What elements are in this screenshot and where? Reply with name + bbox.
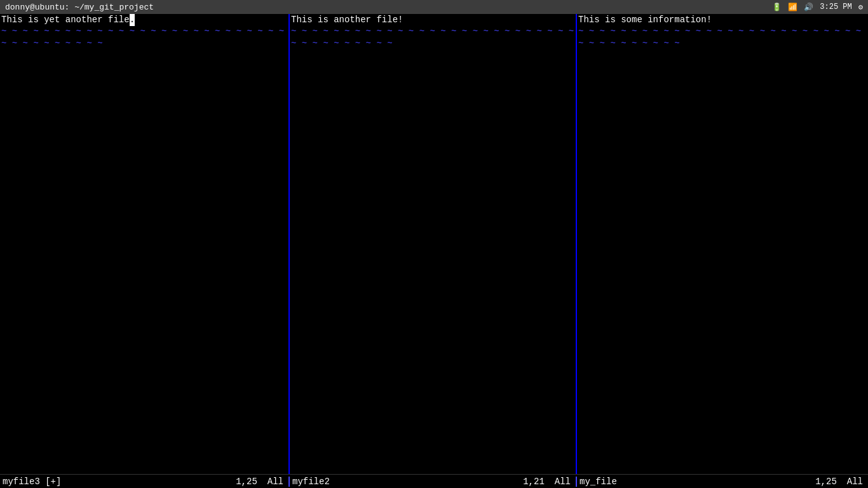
- status-pane1: myfile3 [+] 1,25 All: [0, 477, 290, 487]
- clock: 3:25 PM: [820, 3, 851, 11]
- battery-icon: 🔋: [772, 3, 782, 12]
- status3-right: 1,25 All: [813, 477, 868, 487]
- audio-icon: 🔊: [804, 3, 813, 12]
- vim-pane-2[interactable]: This is another file! ~ ~ ~ ~ ~ ~ ~ ~ ~ …: [290, 14, 577, 474]
- status1-position: 1,25: [233, 477, 260, 487]
- titlebar: donny@ubuntu: ~/my_git_project 🔋 📶 🔊 3:2…: [0, 0, 868, 14]
- pane2-tildes: ~ ~ ~ ~ ~ ~ ~ ~ ~ ~ ~ ~ ~ ~ ~ ~ ~ ~ ~ ~ …: [291, 25, 576, 49]
- vim-pane-1[interactable]: This is yet another file. ~ ~ ~ ~ ~ ~ ~ …: [0, 14, 290, 474]
- pane2-content[interactable]: This is another file! ~ ~ ~ ~ ~ ~ ~ ~ ~ …: [290, 14, 576, 474]
- status3-left: my_file: [577, 477, 620, 487]
- pane3-content[interactable]: This is some information! ~ ~ ~ ~ ~ ~ ~ …: [577, 14, 868, 474]
- status3-position: 1,25: [813, 477, 839, 487]
- status2-filename: myfile2: [290, 477, 332, 487]
- statusbar: myfile3 [+] 1,25 All myfile2 1,21 All my…: [0, 474, 868, 488]
- pane3-tildes: ~ ~ ~ ~ ~ ~ ~ ~ ~ ~ ~ ~ ~ ~ ~ ~ ~ ~ ~ ~ …: [578, 25, 868, 49]
- wifi-icon: 📶: [788, 3, 797, 12]
- vim-container[interactable]: This is yet another file. ~ ~ ~ ~ ~ ~ ~ …: [0, 14, 868, 474]
- status2-scroll: All: [552, 477, 573, 487]
- pane1-content[interactable]: This is yet another file. ~ ~ ~ ~ ~ ~ ~ …: [0, 14, 288, 474]
- vim-cursor: .: [130, 14, 135, 26]
- pane1-tildes: ~ ~ ~ ~ ~ ~ ~ ~ ~ ~ ~ ~ ~ ~ ~ ~ ~ ~ ~ ~ …: [1, 25, 288, 49]
- status2-left: myfile2: [290, 477, 332, 487]
- vim-pane-3[interactable]: This is some information! ~ ~ ~ ~ ~ ~ ~ …: [577, 14, 868, 474]
- status3-filename: my_file: [577, 477, 620, 487]
- status3-scroll: All: [844, 477, 865, 487]
- status-pane3: my_file 1,25 All: [577, 477, 868, 487]
- status1-left: myfile3 [+]: [0, 477, 64, 487]
- status1-right: 1,25 All: [233, 477, 288, 487]
- pane1-line1: This is yet another file.: [1, 14, 288, 26]
- pane2-line1: This is another file!: [291, 14, 576, 26]
- status-pane2: myfile2 1,21 All: [290, 477, 577, 487]
- titlebar-title: donny@ubuntu: ~/my_git_project: [5, 3, 154, 12]
- status1-scroll: All: [265, 477, 286, 487]
- status1-filename: myfile3 [+]: [0, 477, 64, 487]
- pane3-line1: This is some information!: [578, 14, 868, 26]
- status2-position: 1,21: [520, 477, 547, 487]
- status2-right: 1,21 All: [520, 477, 576, 487]
- settings-icon: ⚙: [858, 3, 863, 12]
- titlebar-icons: 🔋 📶 🔊 3:25 PM ⚙: [772, 3, 863, 12]
